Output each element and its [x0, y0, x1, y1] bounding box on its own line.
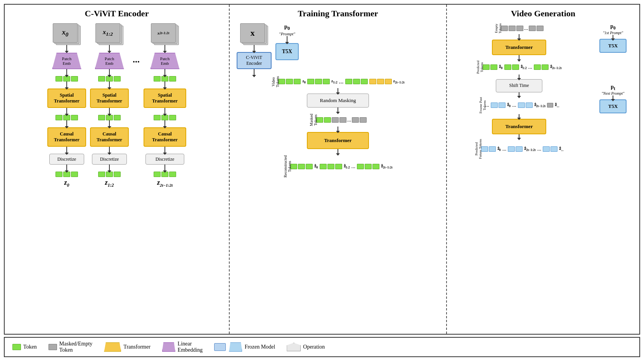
vg-arrow-pred-shift: [519, 75, 519, 78]
arrow-p0-t5x: [287, 36, 287, 42]
vg-fz2t-2: [526, 102, 533, 108]
dots-mid: ...: [133, 54, 140, 65]
arrow-patch0-tokens: [66, 69, 67, 75]
arrow-tokens1b-causal: [109, 120, 110, 127]
mt-gray-1: [332, 117, 339, 123]
vg-right-col: p0 "1st Prompt" T5X pt "Next Prompt" T5X: [590, 23, 636, 329]
legend-token: Token: [12, 344, 37, 350]
training-recon-tokens-row: ReconstructedTokens ẑ0 ẑ1:2 ...: [283, 155, 392, 177]
vg-fut-dots1: ...: [502, 146, 507, 152]
rt-z2t-label: ẑ2t−1:2t: [381, 164, 393, 169]
token-z2-1: [154, 172, 161, 177]
page-1c: x2t-1:2t: [151, 23, 176, 43]
z0-label: z0: [64, 179, 69, 188]
masked-row: ...: [316, 117, 367, 123]
vg-arrow-p0-t5x: [613, 35, 613, 39]
arrow-causal0-disc: [66, 147, 67, 153]
vg-predicted-tokens-row: PredictedTokens ẑ0 ẑ1:2 ...: [476, 61, 561, 74]
vt-z2t-2: [353, 79, 360, 84]
vg-fz2t-1: [518, 102, 525, 108]
training-p0-quote: "Prompt": [279, 31, 295, 36]
token-z0-1: [55, 172, 62, 177]
vt-z0-2: [286, 79, 293, 84]
legend-trap-blue-shape: [229, 342, 242, 352]
vg-et-dots: ...: [524, 25, 528, 31]
vg-pz-dots: ...: [528, 64, 533, 70]
vg-shift-time: Shift Time: [496, 79, 542, 92]
videogen-content: EmptyTokens ... Transformer: [450, 23, 636, 329]
arrow-x0-patch: [66, 45, 67, 51]
vg-empty-label: EmptyTokens: [495, 23, 499, 33]
vg-fut-zd-2: [551, 146, 557, 152]
vg-future-label: PredictedFuture Tokens: [475, 139, 480, 159]
vg-fz-dots-label: ẑ...: [555, 102, 559, 108]
spatial-transformer-2: SpatialTransformer: [144, 89, 186, 108]
vg-fz0-2: [499, 102, 506, 108]
vg-transformer-top: Transformer: [492, 40, 546, 55]
vt-z12-label: z1:2: [331, 79, 338, 84]
patch-emb-2: PatchEmb: [151, 53, 180, 69]
legend-linear-label: LinearEmbedding: [178, 341, 203, 353]
vg-future-z0: [481, 146, 496, 152]
vg-predicted-label: PredictedTokens: [476, 61, 481, 74]
token-0a-1: [55, 76, 62, 82]
legend-masked-label: Masked/EmptyToken: [59, 341, 93, 353]
legend-masked-token: Masked/EmptyToken: [48, 341, 93, 353]
legend-bar: Token Masked/EmptyToken Transformer Line…: [4, 337, 640, 357]
mt-dots: ...: [347, 117, 351, 123]
vg-frozen-label: Frozne PastTokens: [479, 97, 484, 113]
video-tokens-label: VideoTokens: [271, 76, 277, 87]
legend-transformer-label: Transformer: [123, 344, 150, 350]
token-0b-3: [71, 115, 78, 120]
vg-transformer-bottom: Transformer: [492, 119, 546, 134]
z2t-label: z2t−1:2t: [157, 179, 173, 187]
vg-arrow-transformer2-future: [519, 134, 519, 138]
vg-fut-z2t-2: [516, 146, 523, 152]
legend-operation-label: Operation: [303, 344, 325, 350]
vg-arrow-empty-transformer: [519, 34, 519, 39]
training-prompt-col: p0 "Prompt" T5X: [275, 23, 299, 75]
token-z0-3: [71, 172, 78, 177]
causal-transformer-2: CausalTransformer: [144, 127, 186, 147]
vg-arrow-shift-frozen: [519, 92, 519, 96]
token-0a-3: [71, 76, 78, 82]
discretize-1: Discretize: [92, 154, 127, 165]
training-main-col: x C-ViViTEncoder: [237, 23, 272, 75]
vg-arrow-pt-t5x: [613, 95, 613, 99]
vg-fut-z0-label: ẑ0: [497, 146, 501, 152]
training-civit-encoder: C-ViViTEncoder: [237, 52, 272, 69]
vg-arrow-transformer-predicted: [519, 55, 519, 60]
arrow-encoder-vtokens: [254, 69, 254, 75]
vg-fz2t-label: ẑ2t−1:2t: [534, 102, 546, 108]
arrow-disc2-z: [164, 165, 165, 171]
training-t5x: T5X: [275, 43, 299, 60]
arrow-tokens1a-spatial: [109, 82, 110, 88]
vg-arrow-frozen-transformer2: [519, 114, 519, 118]
rt-z12-label: ẑ1:2: [344, 164, 350, 169]
vg-empty-row: ...: [501, 25, 544, 31]
rt-z2t-2: [365, 164, 372, 169]
videogen-section: Video Generation EmptyTokens ...: [447, 5, 639, 334]
token-1b-3: [114, 115, 121, 120]
training-x-label: x: [251, 28, 255, 38]
discretize-0: Discretize: [49, 154, 84, 165]
encoder-col-2: x2t-1:2t PatchEmb SpatialTran: [144, 23, 186, 187]
legend-token-gray-shape: [48, 344, 57, 350]
arrow-vtokens-masking: [338, 88, 338, 93]
arrow-tokens0a-spatial: [66, 82, 67, 88]
image-x2t: x2t-1:2t: [151, 23, 179, 45]
arrow-tokens2b-causal: [164, 120, 165, 127]
vg-p0-label: p0: [610, 23, 616, 31]
z12-label: z1:2: [105, 179, 114, 188]
arrow-patch1-tokens: [109, 69, 110, 75]
encoder-title: C-ViViT Encoder: [85, 9, 149, 19]
image-x12: x1:2: [95, 23, 123, 45]
token-1a-1: [98, 76, 105, 82]
vg-pz12-1: [504, 64, 511, 70]
x12-label: x1:2: [103, 29, 113, 37]
arrow-spatial2-tokens: [164, 108, 165, 114]
vg-empty-tokens-row: EmptyTokens ...: [495, 23, 544, 33]
arrow-tokens2a-spatial: [164, 82, 165, 88]
training-video-tokens-row: VideoTokens z0 z1:2 ...: [271, 76, 404, 87]
legend-linear-emb: LinearEmbedding: [162, 341, 203, 353]
